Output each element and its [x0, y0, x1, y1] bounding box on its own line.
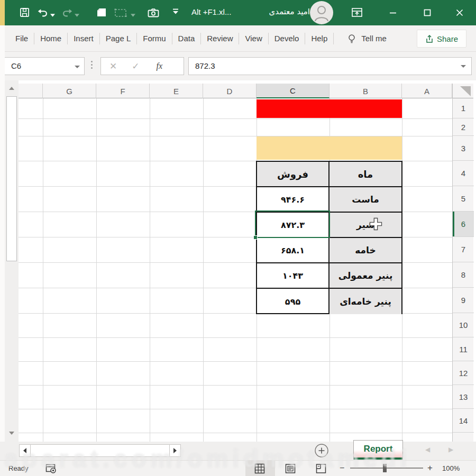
close-button[interactable] — [453, 6, 466, 19]
record-macro-icon[interactable] — [45, 463, 57, 476]
cell-b8[interactable]: پنیر معمولی — [329, 263, 401, 288]
sheet-tab-report[interactable]: Report — [353, 440, 403, 460]
cell-b6[interactable]: شیر — [329, 213, 401, 237]
column-header-c-selected[interactable]: C — [257, 84, 329, 98]
cell-c5[interactable]: ۹۴۶.۶ — [257, 187, 329, 212]
tab-page-layout[interactable]: Page L — [100, 34, 137, 43]
row-header-3[interactable]: 3 — [453, 136, 474, 161]
cell-b5[interactable]: ماست — [329, 187, 401, 212]
scroll-up-arrow[interactable] — [6, 84, 17, 93]
formula-bar-expand-icon[interactable] — [461, 65, 466, 68]
ribbon-display-options-icon[interactable] — [350, 6, 364, 19]
maximize-button[interactable] — [420, 6, 434, 19]
tab-formulas[interactable]: Formu — [137, 34, 171, 43]
zoom-slider-thumb[interactable] — [383, 464, 387, 472]
view-page-layout-icon[interactable] — [285, 463, 296, 476]
tab-data[interactable]: Data — [172, 34, 201, 43]
cell-c7[interactable]: ۶۵۸.۱ — [257, 238, 329, 262]
gridline — [150, 98, 150, 442]
header-cell-sales[interactable]: فروش — [257, 162, 329, 186]
worksheet-grid[interactable]: G F E D C B A 1 2 3 4 5 6 7 8 9 10 11 12… — [19, 84, 476, 442]
horizontal-scrollbar[interactable] — [30, 444, 170, 457]
view-page-break-icon[interactable] — [315, 463, 327, 476]
vertical-scrollbar-thumb[interactable] — [6, 96, 17, 261]
insert-function-icon[interactable]: fx — [157, 61, 163, 71]
row-header-1[interactable]: 1 — [453, 98, 474, 118]
column-header-e[interactable]: E — [150, 84, 203, 98]
hscroll-right-arrow[interactable] — [169, 444, 181, 457]
zoom-out-button[interactable]: − — [340, 463, 344, 473]
row-header-8[interactable]: 8 — [453, 262, 474, 288]
name-box-dropdown-icon[interactable] — [75, 66, 80, 68]
qat-customize-icon[interactable] — [172, 8, 179, 18]
new-file-icon[interactable] — [95, 7, 108, 21]
name-box[interactable]: C6 — [4, 57, 85, 75]
tab-file[interactable]: File — [10, 34, 34, 43]
name-box-value: C6 — [11, 61, 21, 70]
formula-bar-row: C6 ✕ ✓ fx 872.3 — [0, 52, 476, 80]
save-icon[interactable] — [19, 7, 30, 20]
undo-dropdown-icon[interactable] — [50, 10, 55, 20]
column-headers: G F E D C B A — [19, 84, 452, 98]
new-sheet-button[interactable] — [314, 443, 329, 458]
fill-handle[interactable] — [253, 235, 258, 240]
table-row: ۶۵۸.۱ خامه — [257, 238, 401, 263]
tab-review[interactable]: Review — [201, 34, 239, 43]
row-header-11[interactable]: 11 — [453, 337, 474, 361]
account-user-name[interactable]: امید معتمدی — [253, 7, 310, 16]
avatar[interactable] — [310, 1, 333, 24]
column-header-d[interactable]: D — [203, 84, 257, 98]
tab-home[interactable]: Home — [34, 34, 67, 43]
active-tab-underline — [354, 457, 402, 460]
row-header-6-selected[interactable]: 6 — [453, 212, 474, 237]
tab-help[interactable]: Help — [305, 34, 333, 43]
column-header-b[interactable]: B — [329, 84, 402, 98]
document-title: Alt +F1.xl... — [191, 7, 231, 16]
tab-developer[interactable]: Develo — [269, 34, 305, 43]
select-all-corner[interactable] — [452, 84, 473, 98]
tab-insert[interactable]: Insert — [68, 34, 99, 43]
formula-bar-drag-handle[interactable] — [91, 61, 93, 69]
camera-icon[interactable] — [147, 7, 160, 21]
yellow-filled-cell[interactable] — [257, 136, 402, 160]
column-header-partial[interactable] — [19, 84, 43, 98]
tab-view[interactable]: View — [239, 34, 268, 43]
view-normal-icon[interactable] — [254, 463, 266, 476]
column-header-a[interactable]: A — [402, 84, 452, 98]
tab-separator — [333, 33, 334, 44]
row-header-10[interactable]: 10 — [453, 313, 474, 337]
share-button[interactable]: Share — [417, 30, 466, 48]
column-header-f[interactable]: F — [96, 84, 150, 98]
cell-b7[interactable]: خامه — [329, 238, 401, 262]
cell-c8[interactable]: ۱۰۴۳ — [257, 263, 329, 288]
table-row: ۵۹۵ پنیر خامه‌ای — [257, 289, 401, 314]
header-cell-month[interactable]: ماه — [329, 162, 401, 186]
tell-me-button[interactable]: Tell me — [347, 33, 387, 44]
cell-c9[interactable]: ۵۹۵ — [257, 289, 329, 314]
zoom-level[interactable]: 100% — [442, 464, 460, 472]
cell-b9[interactable]: پنیر خامه‌ای — [329, 289, 401, 314]
vertical-scrollbar[interactable] — [5, 80, 19, 442]
row-header-12[interactable]: 12 — [453, 361, 474, 385]
row-header-14[interactable]: 14 — [453, 409, 474, 433]
minimize-button[interactable] — [386, 6, 400, 19]
zoom-slider-track[interactable] — [350, 468, 423, 469]
gridline — [203, 98, 204, 442]
scroll-down-arrow[interactable] — [6, 428, 17, 438]
column-header-g[interactable]: G — [43, 84, 96, 98]
row-header-5[interactable]: 5 — [453, 186, 474, 212]
hscroll-left-arrow[interactable] — [19, 444, 31, 457]
gridline — [96, 98, 97, 442]
red-filled-cell[interactable] — [257, 99, 402, 118]
gridline — [19, 433, 452, 433]
formula-input[interactable]: 872.3 — [188, 57, 472, 75]
active-cell-border — [255, 210, 330, 238]
row-header-13[interactable]: 13 — [453, 385, 474, 409]
row-header-4[interactable]: 4 — [453, 161, 474, 186]
row-header-7[interactable]: 7 — [453, 237, 474, 262]
row-header-9[interactable]: 9 — [453, 288, 474, 313]
zoom-in-button[interactable]: + — [427, 463, 433, 473]
row-header-2[interactable]: 2 — [453, 118, 474, 136]
undo-icon[interactable] — [37, 7, 49, 21]
background-window-sliver — [0, 0, 5, 25]
